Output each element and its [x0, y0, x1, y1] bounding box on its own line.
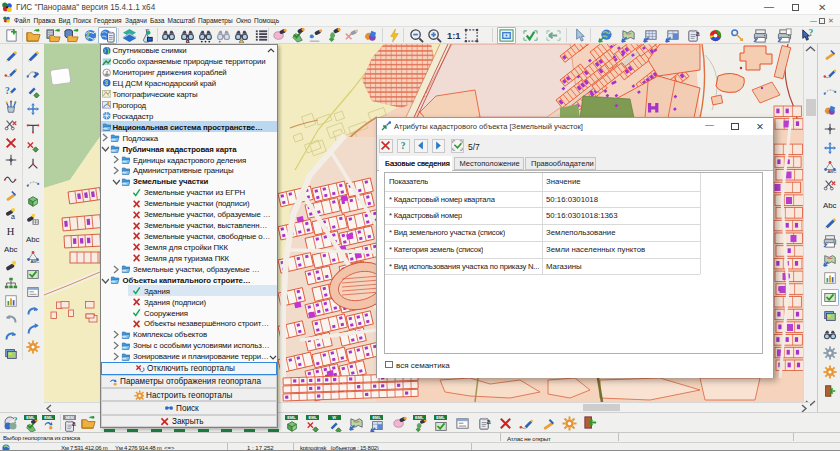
svg-text:?: ? [401, 141, 406, 151]
svg-text:a: a [486, 417, 491, 426]
svg-text:?: ? [13, 415, 18, 425]
svg-text:Abc: Abc [823, 200, 837, 209]
svg-text:ABC: ABC [827, 169, 836, 173]
svg-text:a: a [72, 420, 76, 427]
